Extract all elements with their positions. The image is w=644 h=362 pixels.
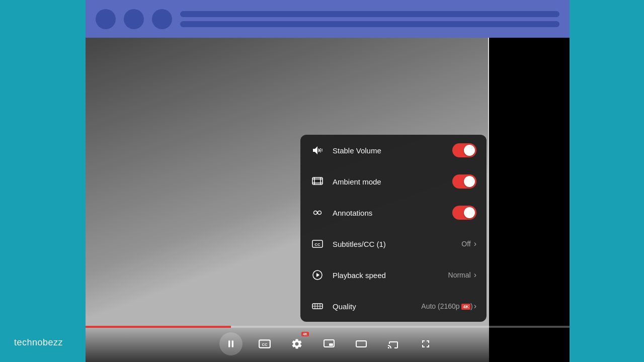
svg-rect-1 (320, 150, 321, 151)
video-frame: Stable Volume Ambient mode (86, 38, 570, 362)
svg-marker-15 (316, 273, 319, 277)
ambient-mode-toggle[interactable] (452, 174, 476, 189)
svg-rect-5 (312, 177, 323, 185)
browser-bar (86, 0, 570, 38)
controls-bar: CC 4K (86, 326, 570, 362)
playback-speed-chevron: › (474, 270, 476, 280)
stable-volume-icon (310, 143, 325, 157)
video-container: Stable Volume Ambient mode (86, 0, 570, 362)
svg-rect-2 (320, 151, 321, 152)
annotations-label: Annotations (333, 209, 452, 217)
quality-label: Quality (333, 302, 421, 311)
fullscreen-button[interactable] (416, 334, 436, 354)
svg-rect-4 (321, 150, 323, 151)
quality-icon (310, 299, 325, 313)
svg-point-11 (318, 211, 321, 215)
playback-speed-label: Playback speed (333, 271, 448, 280)
stable-volume-label: Stable Volume (333, 146, 452, 155)
svg-text:CC: CC (262, 342, 268, 347)
svg-rect-0 (320, 148, 321, 149)
browser-address-area (180, 11, 559, 27)
ambient-mode-toggle-thumb (464, 176, 475, 187)
annotations-toggle-thumb (464, 207, 475, 218)
settings-item-subtitles[interactable]: CC Subtitles/CC (1) Off › (300, 228, 487, 259)
cast-button[interactable] (383, 334, 404, 354)
settings-menu: Stable Volume Ambient mode (300, 135, 487, 322)
theater-button[interactable] (351, 334, 371, 354)
settings-item-ambient-mode[interactable]: Ambient mode (300, 166, 487, 197)
settings-item-stable-volume[interactable]: Stable Volume (300, 135, 487, 166)
browser-dot-3[interactable] (152, 9, 172, 29)
svg-rect-27 (329, 343, 333, 346)
quality-chevron: › (474, 302, 476, 311)
svg-rect-23 (232, 340, 233, 347)
subtitles-label: Subtitles/CC (1) (333, 240, 461, 248)
left-sidebar: technobezz (0, 0, 86, 362)
annotations-toggle[interactable] (452, 206, 476, 220)
pause-button[interactable] (219, 332, 243, 355)
stable-volume-toggle[interactable] (452, 143, 476, 157)
svg-text:CC: CC (314, 242, 320, 247)
settings-item-quality[interactable]: Quality Auto (2160p 4K) › (300, 291, 487, 322)
playback-speed-value: Normal (448, 271, 471, 279)
svg-rect-3 (321, 149, 323, 150)
annotations-icon (310, 206, 325, 220)
subtitles-chevron: › (474, 239, 476, 248)
ambient-mode-label: Ambient mode (333, 177, 452, 186)
brand-name: technobezz (14, 337, 63, 348)
settings-button[interactable]: 4K (287, 334, 307, 354)
browser-bar-line-1 (180, 11, 559, 17)
subtitles-value: Off (461, 240, 470, 248)
quality-value: Auto (2160p 4K) (421, 302, 472, 310)
svg-rect-22 (228, 340, 230, 347)
stable-volume-toggle-thumb (464, 145, 475, 156)
settings-item-annotations[interactable]: Annotations (300, 197, 487, 228)
settings-4k-badge: 4K (301, 332, 309, 336)
browser-dot-1[interactable] (96, 9, 116, 29)
cc-button[interactable]: CC (255, 334, 275, 354)
right-sidebar (570, 0, 644, 362)
svg-point-10 (314, 211, 317, 215)
settings-item-playback-speed[interactable]: Playback speed Normal › (300, 259, 487, 291)
playback-speed-icon (310, 268, 325, 282)
miniplayer-button[interactable] (319, 334, 339, 354)
svg-rect-28 (356, 341, 366, 347)
browser-bar-line-2 (180, 21, 559, 27)
subtitles-icon: CC (310, 237, 325, 251)
browser-dot-2[interactable] (124, 9, 144, 29)
video-dark-right (489, 38, 570, 362)
ambient-mode-icon (310, 174, 325, 189)
